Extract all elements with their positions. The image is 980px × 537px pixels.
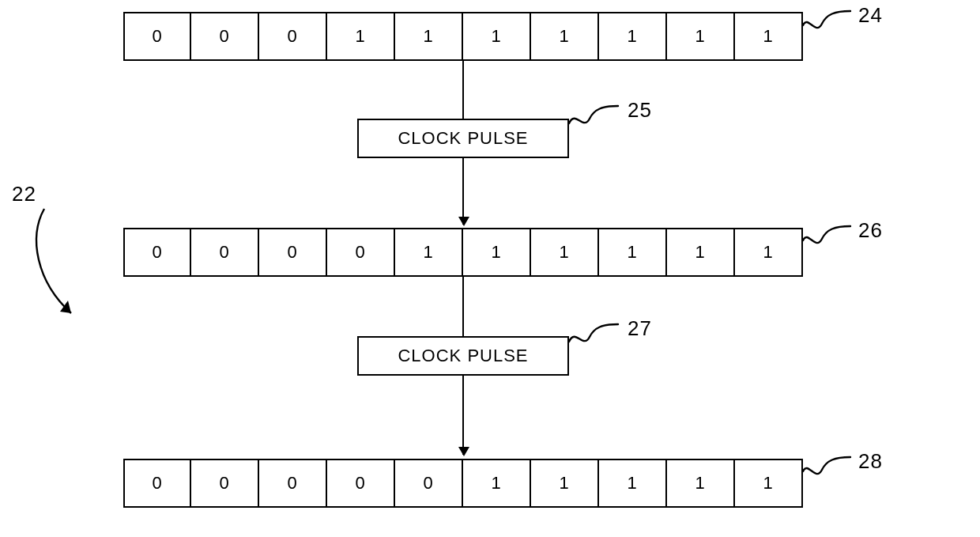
register-26-cell-7: 1 xyxy=(599,228,667,277)
register-24-cell-3: 1 xyxy=(327,12,395,61)
register-28-cell-6: 1 xyxy=(531,459,599,508)
clock-pulse-25-box: CLOCK PULSE xyxy=(357,119,569,158)
register-24-cell-7: 1 xyxy=(599,12,667,61)
arrowhead-down-icon xyxy=(458,217,469,226)
ref-25: 25 xyxy=(628,98,652,123)
register-28-cell-3: 0 xyxy=(327,459,395,508)
register-24-cell-8: 1 xyxy=(667,12,735,61)
register-24-cell-6: 1 xyxy=(531,12,599,61)
register-24-cell-4: 1 xyxy=(395,12,463,61)
arrow-cp27-to-reg28 xyxy=(462,376,464,455)
register-28-cell-4: 0 xyxy=(395,459,463,508)
arrowhead-down-icon xyxy=(458,447,469,456)
line-reg24-to-cp25 xyxy=(462,61,464,119)
lead-line-25 xyxy=(569,104,632,136)
lead-line-24 xyxy=(803,9,866,41)
register-28-cell-1: 0 xyxy=(191,459,259,508)
ref-26: 26 xyxy=(858,218,883,243)
register-28-cell-7: 1 xyxy=(599,459,667,508)
register-26-cell-1: 0 xyxy=(191,228,259,277)
register-28-cell-5: 1 xyxy=(463,459,531,508)
lead-line-26 xyxy=(803,225,866,256)
register-26-cell-9: 1 xyxy=(735,228,803,277)
register-28-cell-9: 1 xyxy=(735,459,803,508)
clock-pulse-27-box: CLOCK PULSE xyxy=(357,336,569,376)
clock-pulse-27-label: CLOCK PULSE xyxy=(398,346,528,366)
register-28-cell-0: 0 xyxy=(123,459,191,508)
diagram-stage: { "registers": { "r24": { "cells": ["0",… xyxy=(0,0,980,537)
curved-arrow-22 xyxy=(22,206,117,332)
register-26-cell-3: 0 xyxy=(327,228,395,277)
register-26: 0 0 0 0 1 1 1 1 1 1 xyxy=(123,228,803,277)
arrow-cp25-to-reg26 xyxy=(462,158,464,225)
register-26-cell-2: 0 xyxy=(259,228,327,277)
register-28-cell-2: 0 xyxy=(259,459,327,508)
register-26-cell-5: 1 xyxy=(463,228,531,277)
ref-24: 24 xyxy=(858,3,883,28)
register-26-cell-6: 1 xyxy=(531,228,599,277)
register-26-cell-4: 1 xyxy=(395,228,463,277)
register-26-cell-8: 1 xyxy=(667,228,735,277)
register-24-cell-1: 0 xyxy=(191,12,259,61)
register-24-cell-9: 1 xyxy=(735,12,803,61)
register-24-cell-2: 0 xyxy=(259,12,327,61)
register-24: 0 0 0 1 1 1 1 1 1 1 xyxy=(123,12,803,61)
clock-pulse-25-label: CLOCK PULSE xyxy=(398,128,528,149)
line-reg26-to-cp27 xyxy=(462,277,464,336)
ref-27: 27 xyxy=(628,316,652,341)
lead-line-27 xyxy=(569,323,632,354)
lead-line-28 xyxy=(803,456,866,487)
register-26-cell-0: 0 xyxy=(123,228,191,277)
register-24-cell-5: 1 xyxy=(463,12,531,61)
ref-28: 28 xyxy=(858,449,883,474)
register-28-cell-8: 1 xyxy=(667,459,735,508)
register-24-cell-0: 0 xyxy=(123,12,191,61)
register-28: 0 0 0 0 0 1 1 1 1 1 xyxy=(123,459,803,508)
ref-22: 22 xyxy=(12,182,36,206)
